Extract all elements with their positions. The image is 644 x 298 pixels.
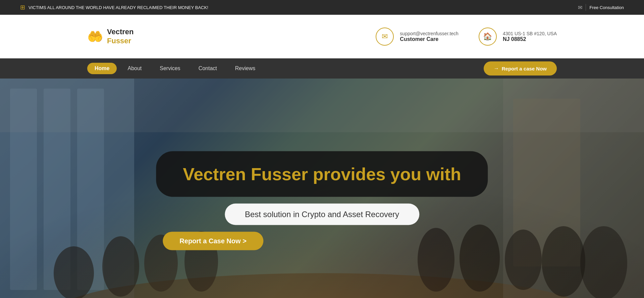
top-bar-divider (586, 4, 586, 11)
hero-main-text: Vectren Fusser provides you with (183, 164, 461, 184)
nav-contact[interactable]: Contact (191, 63, 224, 74)
customer-care-label: Customer Care (400, 36, 459, 42)
support-email[interactable]: support@vectrenfusser.tech (400, 31, 459, 36)
top-bar: ⊞ VICTIMS ALL AROUND THE WORLD HAVE ALRE… (0, 0, 644, 15)
address-line1: 4301 US-1 SB #120, USA (503, 31, 557, 36)
email-icon-top: ✉ (578, 4, 582, 11)
logo-area[interactable]: 🤲 Vectren Fusser (87, 28, 154, 45)
report-case-button[interactable]: → Report a case Now (484, 61, 557, 76)
announcement-icon: ⊞ (20, 4, 25, 11)
nav-about[interactable]: About (120, 63, 149, 74)
top-bar-right: ✉ Free Consultation (578, 4, 624, 11)
address-contact-info: 4301 US-1 SB #120, USA NJ 08852 (503, 31, 557, 42)
logo-text: Vectren Fusser (107, 28, 134, 45)
home-circle-icon: 🏠 (479, 28, 497, 46)
header: 🤲 Vectren Fusser ✉ support@vectrenfusser… (0, 15, 644, 58)
logo-name-line2: Fusser (107, 37, 134, 45)
announcement-text: VICTIMS ALL AROUND THE WORLD HAVE ALREAD… (29, 5, 208, 10)
hero-sub-box: Best solution in Crypto and Asset Recove… (225, 204, 419, 225)
contact-block-email: ✉ support@vectrenfusser.tech Customer Ca… (376, 28, 459, 46)
hero-sub-text: Best solution in Crypto and Asset Recove… (245, 210, 399, 219)
navbar: Home About Services Contact Reviews → Re… (0, 58, 644, 79)
email-circle-icon: ✉ (376, 28, 394, 46)
address-line2: NJ 08852 (503, 36, 557, 42)
logo-icon: 🤲 (87, 29, 103, 44)
logo-name-line1: Vectren (107, 28, 134, 36)
report-btn-label: Report a case Now (502, 66, 547, 71)
hero-cta-button[interactable]: Report a Case Now > (163, 232, 263, 250)
contact-block-address: 🏠 4301 US-1 SB #120, USA NJ 08852 (479, 28, 557, 46)
free-consultation-text[interactable]: Free Consultation (589, 5, 624, 10)
hero-content: Vectren Fusser provides you with Best so… (156, 151, 488, 250)
email-contact-info: support@vectrenfusser.tech Customer Care (400, 31, 459, 42)
nav-home[interactable]: Home (87, 63, 117, 74)
hero-main-box: Vectren Fusser provides you with (156, 151, 488, 197)
nav-reviews[interactable]: Reviews (228, 63, 263, 74)
report-btn-arrow: → (494, 65, 499, 71)
hero-section: Vectren Fusser provides you with Best so… (0, 79, 644, 298)
top-bar-left: ⊞ VICTIMS ALL AROUND THE WORLD HAVE ALRE… (20, 4, 208, 11)
nav-services[interactable]: Services (152, 63, 187, 74)
